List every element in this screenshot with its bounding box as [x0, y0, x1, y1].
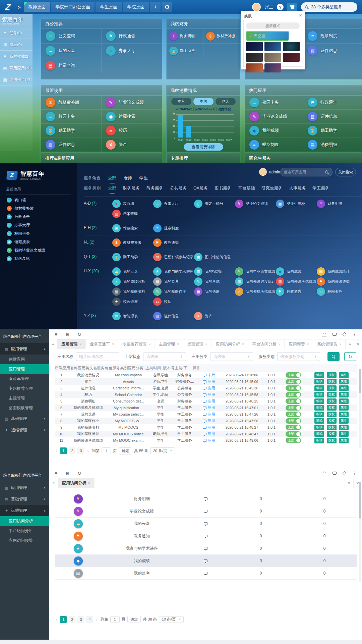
- refresh-icon[interactable]: ↻: [77, 471, 81, 476]
- app-item[interactable]: ▦ 图书馆借阅信息: [194, 252, 235, 262]
- app-item[interactable]: ▥ 证件信息: [303, 44, 362, 58]
- table-row[interactable]: ★ 我参与的学术讲座 0 0: [55, 542, 357, 555]
- table-row[interactable]: 5 消费明细 Consumption det... 老师 财务服务 应用 202…: [55, 398, 357, 405]
- desktop-settings-button[interactable]: ⚙: [162, 2, 172, 12]
- confirm-button[interactable]: 确定: [119, 447, 132, 454]
- table-row[interactable]: ▤ 我的监考 0 0: [55, 567, 357, 580]
- message-icon[interactable]: [333, 333, 337, 336]
- app-item[interactable]: ▭ 校园卡务: [41, 110, 102, 124]
- app-item[interactable]: ▤ 我的监考: [153, 276, 194, 286]
- app-item[interactable]: ⚑ 行政通告: [303, 96, 362, 110]
- app-item[interactable]: ¥ 资产: [194, 311, 235, 321]
- app-class-link[interactable]: 应用: [203, 399, 215, 404]
- submenu-item[interactable]: 主题管理: [0, 393, 49, 403]
- table-row[interactable]: ¥ 财务明细 0 0: [55, 493, 357, 505]
- close-icon[interactable]: ×: [339, 342, 341, 346]
- app-class-link[interactable]: 应用: [203, 379, 215, 384]
- category-option[interactable]: 学工服务: [313, 185, 329, 191]
- theme-thumbnail[interactable]: [283, 53, 300, 62]
- page-number[interactable]: 4: [86, 616, 93, 623]
- app-item[interactable]: ≡ 规章制度: [245, 138, 303, 152]
- app-item[interactable]: ≡ 规章制度: [153, 223, 194, 233]
- app-item[interactable]: ☁ 我的云盘: [112, 266, 153, 276]
- app-search[interactable]: [280, 168, 333, 176]
- table-row[interactable]: 1 我的消费情况 My consumption 老师,学生 财务服务 卡片 20…: [55, 372, 357, 379]
- app-item[interactable]: ▥ 我的慕课考试成绩: [276, 276, 317, 286]
- category-option[interactable]: 财务服务: [123, 185, 140, 191]
- app-class-link[interactable]: 应用: [203, 438, 215, 443]
- close-search-button[interactable]: 关闭搜索: [335, 168, 356, 176]
- close-icon[interactable]: ×: [112, 342, 114, 346]
- shelf-toggle[interactable]: 上架: [286, 431, 301, 437]
- property-button[interactable]: 属性: [339, 392, 349, 397]
- app-item[interactable]: ▥ 证件信息: [41, 138, 102, 152]
- column-header[interactable]: 上架/下...: [175, 364, 193, 372]
- app-item[interactable]: ¥ 财务明细: [317, 199, 358, 209]
- property-button[interactable]: 属性: [339, 385, 349, 391]
- close-icon[interactable]: ×: [205, 342, 207, 346]
- tag-icon[interactable]: [342, 471, 347, 475]
- app-item[interactable]: ◉ 馆藏搜索: [112, 223, 153, 233]
- page-number[interactable]: 1: [60, 616, 67, 623]
- recent-app-item[interactable]: ⌂ 办事大厅: [0, 221, 77, 229]
- app-class-link[interactable]: 应用: [203, 392, 215, 397]
- edit-button[interactable]: 编辑: [314, 438, 324, 443]
- jump-page-input[interactable]: [110, 616, 120, 623]
- app-item[interactable]: ✎ 我的毕业论文成绩: [235, 266, 276, 276]
- app-class-link[interactable]: 应用: [203, 412, 215, 417]
- category-option[interactable]: 图书服务: [215, 185, 231, 191]
- column-header[interactable]: 应用名称: [62, 364, 78, 372]
- table-row[interactable]: 11 我的慕课考试成绩 My MOOC exam... 学生 学工服务 应用 2…: [55, 437, 357, 444]
- table-row[interactable]: ☁ 我的云盘 0 0: [55, 518, 357, 530]
- edit-button[interactable]: 编辑: [314, 379, 324, 384]
- edit-button[interactable]: 编辑: [314, 392, 324, 397]
- theme-thumbnail[interactable]: ✓ 天空蓝: [246, 32, 289, 40]
- shelf-toggle[interactable]: 上架: [286, 438, 301, 443]
- tabs-scroll-right-icon[interactable]: »: [346, 339, 354, 349]
- search-input[interactable]: [284, 170, 325, 174]
- sidebar-item[interactable]: ▦ 可用卡片(17): [0, 74, 33, 86]
- shelf-toggle[interactable]: 上架: [286, 385, 301, 391]
- page-size-select[interactable]: 10 条/页▼: [159, 616, 184, 623]
- shelf-toggle[interactable]: 上架: [286, 412, 301, 417]
- app-item[interactable]: ★ 我参与的学术讲座: [153, 266, 194, 276]
- app-class-link[interactable]: 应用: [203, 386, 215, 391]
- table-row[interactable]: 3 证件信息 Certificate inform... 学生,老师 公共服务 …: [55, 385, 357, 392]
- workspace-tab[interactable]: 专题推荐管理×: [118, 339, 155, 349]
- shelf-toggle[interactable]: 上架: [286, 425, 301, 430]
- workspace-tab[interactable]: 应用访问分析×: [212, 339, 248, 349]
- sidebar-item[interactable]: ♥ 我的收藏(2): [0, 51, 33, 62]
- sidebar-item[interactable]: ▤ 可用应用(38): [0, 62, 33, 74]
- service-category-select[interactable]: 选择服务类别▼: [277, 352, 320, 361]
- close-icon[interactable]: ×: [279, 342, 281, 346]
- app-item[interactable]: ▯ 绑定手机号: [194, 199, 235, 209]
- app-item[interactable]: ▥ 我的慕课进度统计: [235, 276, 276, 286]
- shelf-toggle[interactable]: 上架: [286, 379, 301, 384]
- prev-page-icon[interactable]: ‹: [55, 617, 58, 622]
- table-row[interactable]: ⚑ 教务通知 0 0: [55, 530, 357, 542]
- app-class-link[interactable]: 应用: [203, 418, 215, 423]
- property-button[interactable]: 属性: [339, 379, 349, 384]
- theme-thumbnail[interactable]: [246, 63, 263, 72]
- category-option[interactable]: 平台基础: [238, 185, 255, 191]
- more-icon[interactable]: ⋮: [352, 332, 357, 337]
- avatar[interactable]: [252, 3, 261, 11]
- prev-page-icon[interactable]: ‹: [55, 448, 58, 453]
- close-icon[interactable]: ×: [79, 342, 81, 346]
- collapse-sidebar-icon[interactable]: ≡: [55, 471, 57, 476]
- submenu-item[interactable]: 平台访问分析: [0, 526, 49, 536]
- app-item[interactable]: ⌛ 勤工助学: [112, 252, 153, 262]
- workspace-tab[interactable]: 业务直通车×: [86, 339, 118, 349]
- app-item[interactable]: ▭ 校园卡务: [245, 96, 303, 110]
- app-item[interactable]: ⚑ 行政通告: [102, 29, 162, 44]
- table-row[interactable]: 2 资产 Assets 老师,学生 财务服务,... 应用 2020-08-21…: [55, 379, 357, 385]
- table-row[interactable]: 4 校历 School Calendar 学生,老师 公共服务 应用 2020-…: [55, 392, 357, 398]
- page-number[interactable]: 1: [60, 447, 67, 454]
- authorize-button[interactable]: 授权: [327, 438, 337, 443]
- chevron-right-icon[interactable]: >: [18, 4, 21, 10]
- app-item[interactable]: ¥ 资产: [102, 138, 162, 152]
- app-item[interactable]: ◆ 我的成绩: [276, 266, 317, 276]
- category-option[interactable]: OA服务: [193, 185, 208, 191]
- submenu-item[interactable]: 创建应用: [0, 355, 49, 364]
- app-item[interactable]: ⌂ 办事大厅: [102, 44, 162, 58]
